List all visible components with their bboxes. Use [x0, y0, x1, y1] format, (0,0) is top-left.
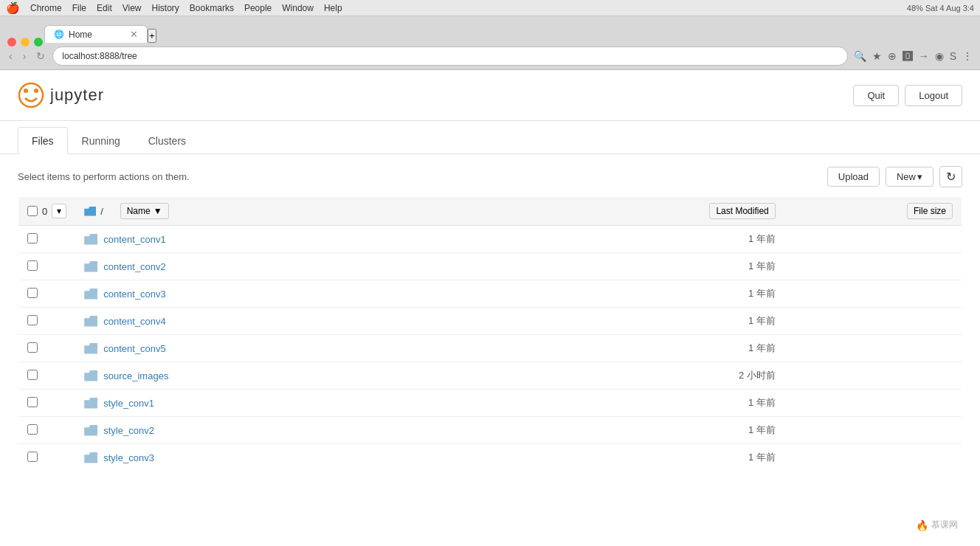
tab-bar: 🌐 Home ✕ + — [0, 16, 980, 43]
file-table: 0 ▾ / Name ▼ — [18, 196, 962, 471]
size-col-label: File size — [914, 206, 946, 216]
row-checkbox-2[interactable] — [27, 288, 38, 298]
quit-button[interactable]: Quit — [853, 85, 899, 106]
tab-title: Home — [69, 30, 125, 40]
traffic-light-yellow[interactable] — [21, 38, 30, 46]
select-all-checkbox[interactable] — [27, 206, 38, 216]
menu-help[interactable]: Help — [324, 3, 342, 13]
menu-file[interactable]: File — [72, 3, 86, 13]
jupyter-logo: jupyter — [18, 82, 104, 108]
row-name-cell: style_conv1 — [75, 390, 605, 417]
table-row: content_conv3 1 年前 — [18, 280, 962, 308]
extension-icon-4[interactable]: ◉ — [934, 49, 945, 63]
menu-view[interactable]: View — [122, 3, 142, 13]
row-name-cell: style_conv2 — [75, 417, 605, 444]
menu-people[interactable]: People — [244, 3, 272, 13]
traffic-light-red[interactable] — [7, 38, 16, 46]
row-name-cell: source_images — [75, 362, 605, 390]
extension-icon-1[interactable]: ⊕ — [886, 49, 898, 63]
folder-icon — [84, 370, 97, 381]
row-name-cell: style_conv3 — [75, 444, 605, 471]
extension-icon-5[interactable]: S — [948, 49, 958, 63]
menu-dots-icon[interactable]: ⋮ — [961, 49, 974, 63]
tab-clusters[interactable]: Clusters — [134, 127, 200, 154]
url-text: localhost:8888/tree — [62, 51, 137, 61]
extension-icon-2[interactable]: 🅾 — [901, 49, 914, 63]
row-name-cell: content_conv1 — [75, 226, 605, 253]
address-bar[interactable]: localhost:8888/tree — [52, 46, 847, 66]
address-bar-row: ‹ › ↻ localhost:8888/tree 🔍 ★ ⊕ 🅾 → ◉ S … — [0, 43, 980, 69]
table-header-row: 0 ▾ / Name ▼ — [18, 197, 962, 226]
select-info-text: Select items to perform actions on them. — [18, 171, 190, 182]
modified-column-header[interactable]: Last Modified — [605, 197, 784, 226]
menu-edit[interactable]: Edit — [97, 3, 112, 13]
menu-bookmarks[interactable]: Bookmarks — [190, 3, 234, 13]
modified-col-label: Last Modified — [716, 206, 768, 216]
modified-sort-button[interactable]: Last Modified — [709, 203, 775, 219]
row-checkbox-4[interactable] — [27, 342, 38, 353]
name-col-label: Name — [127, 206, 151, 216]
refresh-button[interactable]: ↻ — [33, 49, 48, 63]
select-count: 0 — [42, 206, 47, 217]
size-sort-button[interactable]: File size — [907, 203, 953, 219]
row-checkbox-8[interactable] — [27, 452, 38, 462]
row-size-cell — [784, 335, 962, 362]
upload-button[interactable]: Upload — [827, 167, 880, 187]
file-name-link[interactable]: content_conv4 — [103, 316, 166, 327]
search-icon[interactable]: 🔍 — [852, 49, 868, 63]
folder-icon — [84, 261, 97, 272]
row-checkbox-cell — [18, 308, 76, 335]
row-checkbox-0[interactable] — [27, 233, 38, 243]
back-button[interactable]: ‹ — [6, 49, 15, 63]
menu-window[interactable]: Window — [282, 3, 314, 13]
header-buttons: Quit Logout — [853, 85, 962, 106]
row-checkbox-1[interactable] — [27, 260, 38, 271]
logout-button[interactable]: Logout — [905, 85, 962, 106]
tab-files[interactable]: Files — [18, 127, 68, 154]
menubar-right: 48% Sat 4 Aug 3:4 — [907, 4, 974, 13]
row-checkbox-3[interactable] — [27, 315, 38, 325]
row-checkbox-5[interactable] — [27, 370, 38, 380]
new-tab-button[interactable]: + — [148, 29, 156, 43]
row-checkbox-cell — [18, 417, 76, 444]
file-name-link[interactable]: content_conv1 — [103, 234, 166, 245]
row-checkbox-cell — [18, 280, 76, 308]
tab-close-button[interactable]: ✕ — [130, 29, 138, 40]
file-table-body: content_conv1 1 年前 content_conv2 1 年前 co… — [18, 226, 962, 471]
refresh-file-button[interactable]: ↻ — [939, 166, 962, 187]
row-size-cell — [784, 253, 962, 280]
extension-icon-3[interactable]: → — [917, 49, 931, 63]
file-name-link[interactable]: content_conv3 — [103, 288, 166, 300]
file-name-link[interactable]: style_conv3 — [103, 452, 154, 463]
size-column-header[interactable]: File size — [784, 197, 962, 226]
row-checkbox-7[interactable] — [27, 424, 38, 435]
row-size-cell — [784, 390, 962, 417]
file-name-link[interactable]: content_conv2 — [103, 261, 166, 272]
folder-icon — [84, 316, 97, 327]
browser-tab-home[interactable]: 🌐 Home ✕ — [44, 25, 148, 43]
name-sort-button[interactable]: Name ▼ — [120, 203, 169, 219]
row-size-cell — [784, 444, 962, 471]
table-row: style_conv1 1 年前 — [18, 390, 962, 417]
select-dropdown-button[interactable]: ▾ — [52, 204, 66, 218]
jupyter-page: jupyter Quit Logout Files Running Cluste… — [0, 70, 980, 513]
bookmark-star-icon[interactable]: ★ — [871, 49, 883, 63]
forward-button[interactable]: › — [20, 49, 30, 63]
new-button[interactable]: New ▾ — [886, 167, 934, 187]
row-checkbox-6[interactable] — [27, 397, 38, 407]
tab-running[interactable]: Running — [68, 127, 134, 154]
file-name-link[interactable]: content_conv5 — [103, 343, 166, 354]
row-size-cell — [784, 280, 962, 308]
apple-menu[interactable]: 🍎 — [6, 1, 20, 15]
file-name-link[interactable]: source_images — [103, 370, 168, 381]
menu-chrome[interactable]: Chrome — [30, 3, 62, 13]
row-checkbox-cell — [18, 362, 76, 390]
file-name-link[interactable]: style_conv1 — [103, 398, 154, 409]
breadcrumb-slash: / — [100, 206, 103, 217]
file-name-link[interactable]: style_conv2 — [103, 425, 154, 436]
row-checkbox-cell — [18, 390, 76, 417]
row-modified-cell: 1 年前 — [605, 226, 784, 253]
traffic-light-green[interactable] — [34, 38, 43, 46]
row-modified-cell: 1 年前 — [605, 390, 784, 417]
menu-history[interactable]: History — [152, 3, 179, 13]
